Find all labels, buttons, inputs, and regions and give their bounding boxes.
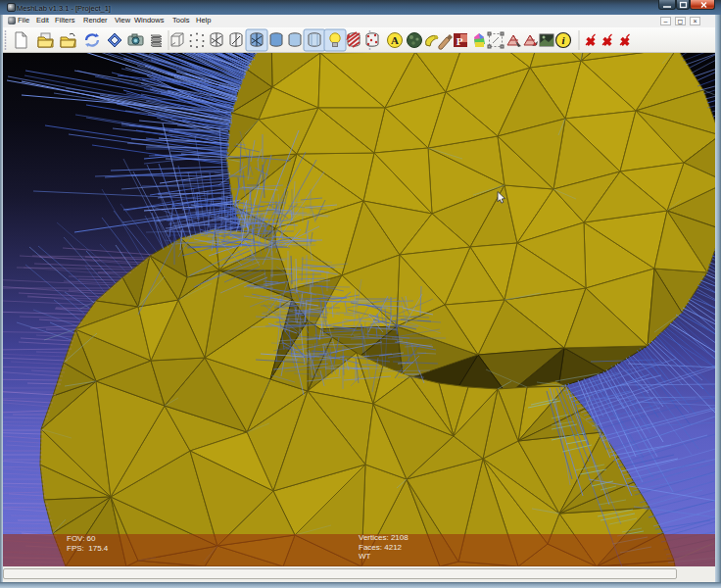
svg-text:FOV: 60: FOV: 60: [67, 534, 96, 543]
svg-text:Vertices: 2108: Vertices: 2108: [359, 533, 409, 542]
svg-text:FPS: 175.4: FPS: 175.4: [67, 544, 109, 553]
svg-text:A: A: [391, 34, 399, 46]
svg-text:P: P: [457, 35, 463, 47]
svg-text:WT: WT: [359, 552, 371, 561]
svg-text:Faces: 4212: Faces: 4212: [359, 543, 403, 552]
